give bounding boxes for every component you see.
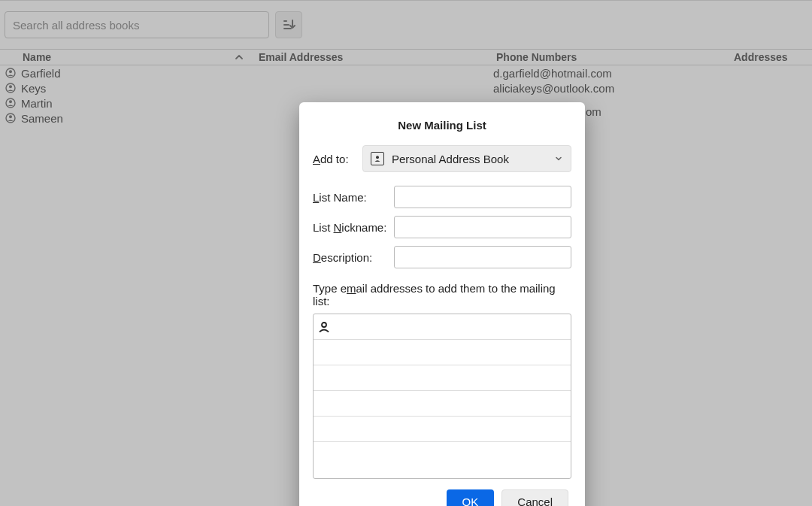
email-address-row[interactable] (314, 417, 571, 442)
contact-name: Keys (21, 82, 256, 95)
table-row[interactable]: Keysaliciakeys@outlook.com (0, 80, 812, 95)
add-to-select[interactable]: Personal Address Book (362, 145, 571, 172)
partial-phone-text: om (586, 105, 601, 118)
svg-point-5 (9, 100, 12, 103)
description-input[interactable] (394, 246, 571, 268)
address-book-icon (371, 152, 384, 165)
contact-phone: d.garfield@hotmail.com (493, 67, 719, 80)
person-icon (318, 321, 330, 333)
email-address-row[interactable] (314, 365, 571, 391)
column-header-addresses[interactable]: Addresses (719, 51, 812, 63)
sort-button[interactable] (275, 11, 302, 38)
toolbar (0, 0, 812, 49)
svg-point-1 (9, 70, 12, 73)
contact-icon (0, 68, 21, 78)
svg-point-8 (376, 156, 379, 159)
cancel-button[interactable]: Cancel (501, 489, 568, 506)
column-header-name[interactable]: Name (0, 51, 256, 63)
email-address-row[interactable] (314, 340, 571, 365)
add-to-label: Add to: (313, 153, 362, 165)
contact-icon (0, 113, 21, 123)
email-instruction: Type email addresses to add them to the … (313, 282, 571, 308)
ok-button[interactable]: OK (447, 489, 495, 506)
svg-point-7 (9, 115, 12, 118)
svg-point-9 (322, 323, 326, 327)
column-header-email[interactable]: Email Addresses (256, 51, 493, 63)
list-nickname-label: List Nickname: (313, 221, 394, 234)
email-address-row[interactable] (314, 391, 571, 417)
chevron-down-icon (554, 154, 563, 163)
dialog-title: New Mailing List (299, 102, 585, 145)
contact-name: Sameen (21, 112, 256, 125)
search-input[interactable] (5, 11, 269, 38)
table-header: Name Email Addresses Phone Numbers Addre… (0, 49, 812, 65)
list-name-input[interactable] (394, 186, 571, 208)
email-address-row[interactable] (314, 442, 571, 468)
description-label: Description: (313, 251, 394, 264)
email-address-row[interactable] (314, 314, 571, 340)
sort-icon (282, 18, 295, 32)
table-row[interactable]: Garfieldd.garfield@hotmail.com (0, 65, 812, 80)
contact-name: Garfield (21, 67, 256, 80)
column-header-name-label: Name (23, 51, 51, 63)
list-nickname-input[interactable] (394, 216, 571, 238)
sort-asc-icon (235, 53, 244, 62)
list-name-label: List Name: (313, 191, 394, 204)
column-header-phone[interactable]: Phone Numbers (493, 51, 719, 63)
svg-point-3 (9, 85, 12, 88)
contact-phone: aliciakeys@outlook.com (493, 82, 719, 95)
contact-name: Martin (21, 97, 256, 110)
new-mailing-list-dialog: New Mailing List Add to: Personal Addres… (299, 102, 585, 506)
contact-icon (0, 83, 21, 93)
email-address-list[interactable] (313, 314, 571, 479)
contact-icon (0, 98, 21, 108)
add-to-value: Personal Address Book (392, 153, 554, 165)
